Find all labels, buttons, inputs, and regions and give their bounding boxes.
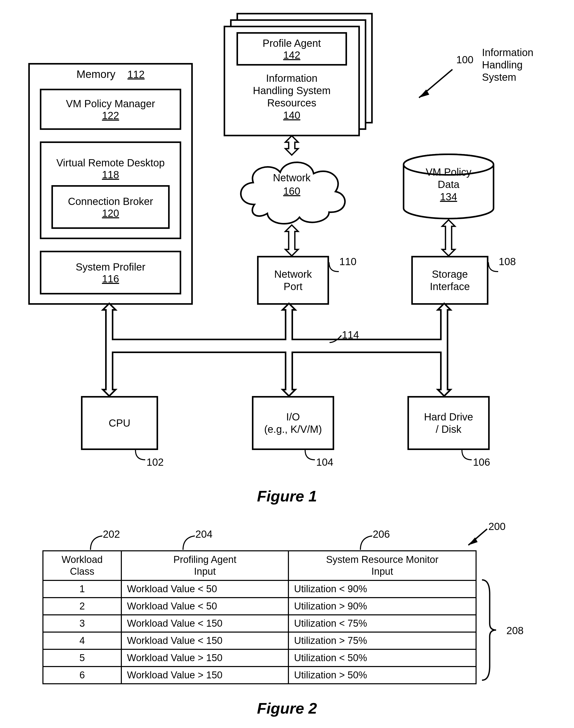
svg-marker-6 — [442, 220, 455, 256]
arrow-db-storage-icon — [441, 220, 456, 256]
ref-208: 208 — [506, 625, 524, 637]
cell-res: Utilization > 50% — [288, 666, 476, 684]
callout-110-icon — [329, 262, 340, 273]
db-num: 134 — [440, 191, 457, 202]
ref-206: 206 — [373, 528, 390, 540]
ref-200-arrow-icon — [465, 528, 488, 548]
bus-icon — [82, 304, 473, 397]
net-port-label: Network Port — [274, 268, 312, 293]
vrd-label: Virtual Remote Desktop — [56, 157, 165, 169]
callout-104-icon — [304, 449, 316, 461]
storage-interface-box: Storage Interface — [411, 256, 488, 305]
ref-200: 200 — [488, 521, 506, 532]
profile-agent-box: Profile Agent 142 — [237, 32, 347, 66]
vm-policy-label: VM Policy Manager — [66, 97, 155, 110]
conn-label: Connection Broker — [68, 195, 153, 207]
col-workload-class: Workload Class — [43, 551, 121, 580]
vm-policy-manager-box: VM Policy Manager 122 — [40, 89, 181, 130]
cell-class: 4 — [43, 632, 121, 649]
table-header-row: Workload Class Profiling Agent Input Sys… — [43, 551, 476, 580]
arrow-cloud-netport-icon — [284, 225, 299, 256]
network-cloud-text: Network 160 — [234, 171, 350, 198]
sys-prof-num: 116 — [102, 273, 119, 285]
cell-agent: Workload Value < 50 — [121, 580, 288, 598]
cell-class: 1 — [43, 580, 121, 598]
cell-res: Utilization > 75% — [288, 632, 476, 649]
figure-1-caption: Figure 1 — [10, 487, 564, 505]
callout-114-icon — [329, 335, 342, 344]
io-label: I/O (e.g., K/V/M) — [264, 411, 322, 435]
network-num: 160 — [283, 186, 300, 197]
table-row: 4 Workload Value < 150 Utilization > 75% — [43, 632, 476, 649]
ref-110: 110 — [339, 256, 357, 268]
ref-102: 102 — [147, 456, 164, 468]
callout-102-icon — [135, 449, 147, 461]
vm-policy-num: 122 — [102, 110, 119, 121]
ref-204: 204 — [195, 528, 213, 540]
svg-marker-5 — [285, 225, 298, 256]
col-profiling-agent: Profiling Agent Input — [121, 551, 288, 580]
table-row: 6 Workload Value > 150 Utilization > 50% — [43, 666, 476, 684]
table-row: 1 Workload Value < 50 Utilization < 90% — [43, 580, 476, 598]
table-body: 1 Workload Value < 50 Utilization < 90% … — [43, 580, 476, 684]
vrd-num: 118 — [102, 169, 119, 180]
table-row: 3 Workload Value < 150 Utilization < 75% — [43, 615, 476, 632]
cell-class: 2 — [43, 598, 121, 615]
table-row: 2 Workload Value < 50 Utilization > 90% — [43, 598, 476, 615]
memory-label: Memory — [76, 68, 115, 80]
cell-agent: Workload Value < 150 — [121, 632, 288, 649]
disk-label: Hard Drive / Disk — [424, 411, 473, 435]
io-box: I/O (e.g., K/V/M) — [252, 396, 334, 450]
ihsr-text: Information Handling System Resources 14… — [223, 72, 360, 121]
callout-206-icon — [360, 535, 373, 550]
col-resource-monitor: System Resource Monitor Input — [288, 551, 476, 580]
ref-100-arrow-icon — [414, 67, 455, 103]
ref-202: 202 — [103, 528, 120, 540]
cell-class: 3 — [43, 615, 121, 632]
connection-broker-box: Connection Broker 120 — [51, 185, 170, 229]
cell-class: 6 — [43, 666, 121, 684]
ref-106: 106 — [473, 456, 490, 468]
storage-label: Storage Interface — [430, 268, 470, 293]
ref-100-label: Information Handling System — [482, 46, 533, 83]
network-port-box: Network Port — [257, 256, 329, 305]
callout-106-icon — [461, 449, 473, 461]
sys-prof-label: System Profiler — [76, 261, 145, 273]
svg-marker-4 — [285, 136, 298, 155]
ref-114: 114 — [342, 329, 359, 341]
cell-class: 5 — [43, 649, 121, 666]
cell-agent: Workload Value > 150 — [121, 666, 288, 684]
memory-num: 112 — [127, 69, 145, 80]
table-row: 5 Workload Value > 150 Utilization < 50% — [43, 649, 476, 666]
cell-res: Utilization < 50% — [288, 649, 476, 666]
profile-agent-num: 142 — [283, 49, 300, 61]
cell-res: Utilization < 75% — [288, 615, 476, 632]
ihsr-num: 140 — [283, 110, 300, 121]
profile-agent-label: Profile Agent — [263, 37, 321, 49]
ref-100: 100 — [456, 54, 474, 66]
cpu-box: CPU — [81, 396, 158, 450]
callout-108-icon — [488, 262, 499, 273]
cpu-label: CPU — [109, 417, 130, 429]
cell-agent: Workload Value < 50 — [121, 598, 288, 615]
patent-figures-canvas: Profile Agent 142 Information Handling S… — [10, 10, 564, 718]
hard-drive-box: Hard Drive / Disk — [407, 396, 490, 450]
memory-title: Memory 112 — [28, 68, 193, 80]
callout-202-icon — [90, 535, 103, 550]
cell-agent: Workload Value < 150 — [121, 615, 288, 632]
workload-class-table: Workload Class Profiling Agent Input Sys… — [42, 550, 477, 684]
ihsr-label: Information Handling System Resources — [223, 72, 360, 109]
network-label: Network — [273, 172, 311, 184]
figure-2-caption: Figure 2 — [10, 699, 564, 717]
callout-204-icon — [182, 535, 195, 550]
system-profiler-box: System Profiler 116 — [40, 251, 181, 294]
cell-agent: Workload Value > 150 — [121, 649, 288, 666]
ref-108: 108 — [499, 256, 516, 268]
brace-icon — [481, 578, 499, 682]
cell-res: Utilization > 90% — [288, 598, 476, 615]
arrow-ihsr-cloud-icon — [284, 136, 299, 155]
cell-res: Utilization < 90% — [288, 580, 476, 598]
db-label: VM Policy Data — [401, 166, 496, 191]
ref-104: 104 — [316, 456, 333, 468]
conn-num: 120 — [102, 207, 119, 219]
